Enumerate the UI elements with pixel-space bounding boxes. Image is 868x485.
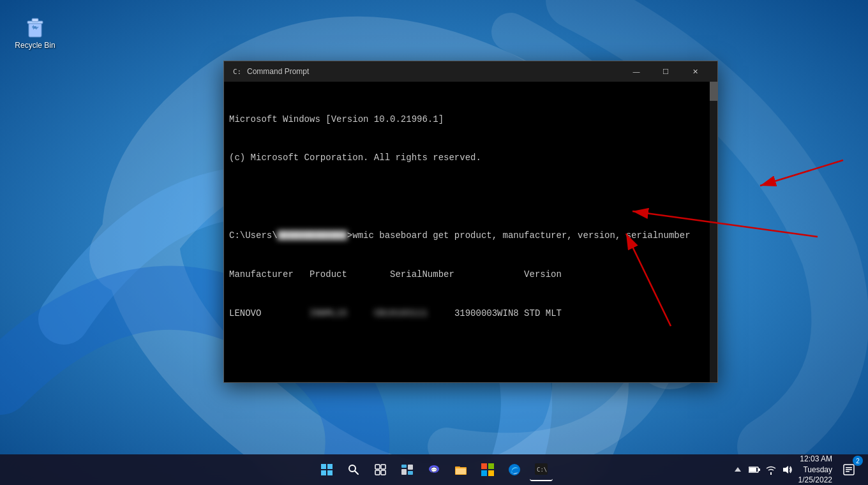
svg-rect-32 (481, 470, 487, 476)
close-button[interactable]: ✕ (680, 61, 710, 82)
svg-rect-45 (846, 471, 849, 472)
svg-rect-1 (29, 23, 41, 37)
cmd-line-5: LENOVO INNML15 CB19103111 31900003WIN8 S… (229, 307, 712, 320)
cmd-titlebar: C:\ Command Prompt — ☐ ✕ (224, 61, 717, 82)
edge-button[interactable] (503, 458, 526, 481)
taskbar-date: Tuesday (798, 465, 832, 475)
svg-rect-44 (846, 469, 852, 470)
notification-button[interactable]: 2 (837, 458, 860, 481)
notification-count: 2 (853, 456, 863, 466)
svg-rect-30 (481, 463, 487, 469)
cmd-line-3: C:\Users\█████████████>wmic baseboard ge… (229, 229, 712, 242)
svg-rect-3 (32, 19, 38, 22)
volume-icon[interactable] (782, 464, 793, 475)
svg-rect-29 (456, 468, 466, 474)
tray-show-hidden-button[interactable] (732, 464, 744, 475)
recycle-bin-label: Recycle Bin (15, 41, 55, 50)
network-icon[interactable] (765, 464, 777, 475)
cmd-product-blurred: INNML15 (310, 307, 347, 320)
svg-rect-11 (321, 464, 326, 469)
widgets-button[interactable] (396, 458, 419, 481)
svg-rect-23 (401, 469, 407, 475)
window-controls: — ☐ ✕ (622, 61, 710, 82)
svg-rect-12 (327, 464, 333, 469)
maximize-button[interactable]: ☐ (651, 61, 680, 82)
cmd-taskbar-button[interactable]: C:\ (530, 458, 553, 481)
recycle-bin-icon[interactable]: Recycle Bin (13, 13, 57, 50)
chat-button[interactable]: 💬 (423, 458, 445, 481)
svg-rect-43 (846, 467, 852, 468)
svg-rect-19 (375, 470, 380, 475)
cmd-line-blank2 (229, 346, 712, 359)
start-button[interactable] (315, 458, 338, 481)
cmd-window[interactable]: C:\ Command Prompt — ☐ ✕ Microsoft Windo… (223, 61, 718, 383)
cmd-username-blurred: █████████████ (278, 229, 347, 242)
svg-rect-17 (375, 465, 380, 469)
svg-rect-20 (381, 470, 385, 475)
system-tray: 12:03 AM Tuesday 1/25/2022 2 (732, 454, 860, 485)
task-view-button[interactable] (369, 458, 392, 481)
svg-marker-37 (735, 467, 741, 472)
cmd-title-icon: C:\ (232, 66, 242, 77)
svg-text:C:\: C:\ (537, 466, 547, 473)
scrollbar-thumb[interactable] (710, 82, 717, 101)
cmd-line-4: Manufacturer Product SerialNumber Versio… (229, 268, 712, 281)
scrollbar[interactable] (710, 82, 717, 382)
desktop: Recycle Bin C:\ Command Prompt — ☐ ✕ (0, 0, 868, 485)
svg-rect-33 (488, 470, 494, 476)
cmd-serial-blurred: CB19103111 (374, 307, 428, 320)
cmd-line-2: (c) Microsoft Corporation. All rights re… (229, 151, 712, 164)
svg-rect-21 (401, 465, 407, 468)
svg-rect-28 (455, 466, 460, 468)
taskbar-center-icons: 💬 (315, 458, 553, 481)
cmd-line-blank1 (229, 190, 712, 203)
battery-icon[interactable] (749, 464, 760, 475)
recycle-bin-svg (22, 13, 48, 38)
svg-rect-24 (408, 471, 413, 475)
svg-rect-18 (381, 465, 385, 469)
svg-rect-14 (327, 470, 333, 475)
svg-text:💬: 💬 (431, 466, 437, 473)
store-button[interactable] (476, 458, 499, 481)
svg-rect-22 (408, 465, 413, 470)
cmd-line-1: Microsoft Windows [Version 10.0.21996.1] (229, 113, 712, 126)
taskbar-clock[interactable]: 12:03 AM Tuesday 1/25/2022 (798, 454, 832, 485)
svg-rect-13 (321, 470, 326, 475)
taskbar-date2: 1/25/2022 (798, 475, 832, 485)
cmd-content-area[interactable]: Microsoft Windows [Version 10.0.21996.1]… (224, 82, 717, 382)
svg-rect-39 (758, 468, 760, 471)
taskbar-time: 12:03 AM (798, 454, 832, 465)
svg-text:C:\: C:\ (233, 68, 242, 76)
minimize-button[interactable]: — (622, 61, 651, 82)
cmd-output: Microsoft Windows [Version 10.0.21996.1]… (229, 87, 712, 382)
svg-rect-40 (749, 468, 756, 472)
taskbar: 💬 (0, 454, 868, 485)
svg-marker-41 (783, 466, 788, 474)
svg-line-16 (355, 471, 358, 474)
file-explorer-button[interactable] (449, 458, 472, 481)
cmd-title-text: Command Prompt (247, 67, 622, 76)
svg-rect-31 (488, 463, 494, 469)
search-button[interactable] (342, 458, 365, 481)
